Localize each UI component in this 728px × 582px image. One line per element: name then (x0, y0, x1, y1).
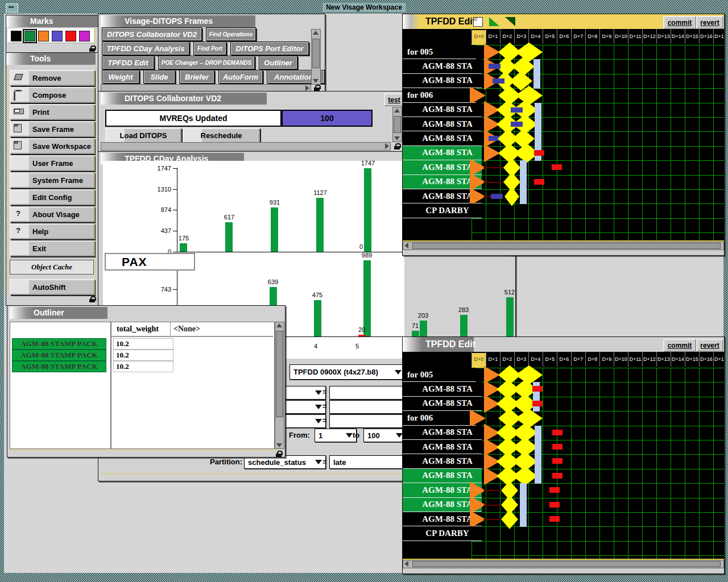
gantt-port-bar[interactable] (535, 103, 541, 118)
column-header-total-weight[interactable]: total_weight (117, 325, 159, 334)
su-button[interactable]: su (723, 339, 725, 352)
outliner-weight-cell[interactable]: 10.2 (113, 361, 173, 372)
object-cache-button[interactable]: Object Cache (10, 260, 94, 275)
tools-titlebar[interactable]: Tools (6, 53, 96, 65)
frame-button-find-port[interactable]: Find Port (193, 41, 226, 55)
frame-button-slide[interactable]: Slide (143, 70, 175, 84)
gantt-blue-bar[interactable] (491, 194, 503, 199)
help-button[interactable]: ?Help (10, 223, 95, 239)
scroll-up-icon[interactable] (276, 323, 282, 327)
scroll-down-icon[interactable] (276, 443, 282, 447)
frame-button-find-operations[interactable]: Find Operations (206, 27, 256, 41)
green-triangle-icon[interactable] (489, 17, 499, 26)
outliner-item-row[interactable]: AGM-88 STAMP PACK (12, 361, 106, 372)
scroll-down-icon[interactable] (313, 79, 318, 83)
tpfdd-titlebar[interactable]: TPFDD Editcommitrevertsu (403, 14, 724, 29)
gantt-row-label[interactable]: AGM-88 STA (403, 426, 482, 440)
save-frame-button[interactable]: Save Frame (10, 121, 95, 137)
outliner-item-row[interactable]: AGM-88 STAMP PACK (12, 338, 106, 350)
gantt-port-bar[interactable] (520, 498, 527, 513)
gantt-row-label[interactable]: AGM-88 STA (403, 146, 482, 160)
gantt-late-marker[interactable] (552, 473, 562, 479)
outliner-weight-cell[interactable]: 10.2 (113, 338, 173, 350)
gantt-port-bar[interactable] (520, 189, 527, 204)
gantt-port-bar[interactable] (535, 440, 541, 455)
gantt-row-label[interactable]: AGM-88 STA (403, 382, 482, 396)
frames-vscrollbar[interactable] (311, 29, 321, 85)
gantt-row-label[interactable]: AGM-88 STA (403, 59, 482, 73)
scroll-right-icon[interactable] (305, 85, 309, 91)
page-icon[interactable] (473, 17, 483, 27)
edit-config-button[interactable]: Edit Config (10, 189, 95, 205)
gantt-late-marker[interactable] (532, 401, 543, 406)
gantt-row-label[interactable]: AGM-88 STA (403, 454, 482, 468)
dark-green-triangle-icon[interactable] (505, 17, 515, 26)
frame-button-tpfdd-cday-analysis[interactable]: TPFDD CDay Analysis (102, 41, 189, 55)
tpfdd-hscrollbar[interactable] (403, 560, 724, 568)
scroll-left-icon[interactable] (404, 561, 408, 567)
gantt-row-label[interactable]: AGM-88 STA (403, 103, 482, 117)
gantt-row-label[interactable]: for 005 (403, 368, 476, 382)
gantt-row-label[interactable]: for 006 (403, 88, 476, 102)
tpfdd-titlebar[interactable]: TPFDD Editcommitrevertsu (403, 337, 724, 352)
mark-swatch-red[interactable] (65, 31, 76, 41)
gantt-blue-bar[interactable] (511, 122, 523, 127)
gantt-port-bar[interactable] (535, 454, 541, 469)
frame-button-ditops-port-editor[interactable]: DITOPS Port Editor (230, 41, 309, 55)
filter-value-input-1[interactable] (329, 386, 410, 400)
gantt-port-bar[interactable] (535, 117, 541, 132)
gantt-port-bar[interactable] (520, 512, 527, 527)
revert-button[interactable]: revert (696, 339, 723, 352)
gantt-port-bar[interactable] (520, 160, 527, 175)
frame-button-tpfdd-edit[interactable]: TPFDD Edit (102, 56, 154, 69)
gantt-port-bar[interactable] (520, 175, 527, 190)
commit-button[interactable]: commit (663, 16, 696, 29)
gantt-port-bar[interactable] (533, 59, 540, 74)
outliner-titlebar[interactable]: Outliner (10, 307, 107, 319)
revert-button[interactable]: revert (696, 16, 723, 29)
filter-value-input-3[interactable] (329, 414, 410, 428)
gantt-port-bar[interactable] (535, 469, 541, 484)
gantt-port-bar[interactable] (533, 74, 540, 89)
gantt-late-marker[interactable] (549, 516, 560, 522)
gantt-blue-bar[interactable] (493, 78, 504, 84)
gantt-port-bar[interactable] (520, 483, 527, 498)
outliner-item-row[interactable]: AGM-88 STAMP PACK (12, 350, 106, 361)
gantt-row-label[interactable]: AGM-88 STA (403, 74, 482, 88)
autoshift-button[interactable]: AutoShift (10, 279, 95, 295)
system-frame-button[interactable]: System Frame (10, 172, 95, 188)
frame-button-outliner[interactable]: Outliner (259, 56, 297, 69)
outliner-weight-cell[interactable]: 10.2 (113, 350, 173, 361)
gantt-row-label[interactable]: for 006 (403, 411, 476, 425)
test-button[interactable]: test (384, 93, 404, 106)
gantt-late-marker[interactable] (552, 164, 562, 170)
gantt-row-label[interactable]: AGM-88 STA (403, 131, 482, 146)
gantt-blue-bar[interactable] (511, 107, 523, 113)
workspace-titlebar[interactable]: New Visage Workspace (0, 0, 728, 14)
frame-button-ditops-collaborator-vd2[interactable]: DITOPS Collaborator VD2 (102, 27, 202, 41)
gantt-row-label[interactable]: CP DARBY (403, 203, 482, 218)
compose-button[interactable]: Compose (10, 87, 95, 103)
frame-button-weight[interactable]: Weight (102, 70, 139, 84)
scroll-down-icon[interactable] (394, 136, 400, 140)
column-header-none[interactable]: <None> (173, 325, 200, 334)
mark-swatch-black[interactable] (11, 31, 22, 41)
save-workspace-button[interactable]: Save Workspace (10, 138, 95, 154)
about-visage-button[interactable]: ?About Visage (10, 206, 95, 222)
reschedule-button[interactable]: Reschedule (183, 128, 260, 143)
scroll-right-icon[interactable] (385, 143, 389, 149)
gantt-late-marker[interactable] (534, 150, 544, 156)
from-select[interactable]: 1 (315, 429, 357, 442)
gantt-late-marker[interactable] (552, 444, 562, 450)
gantt-late-marker[interactable] (552, 458, 562, 464)
tpfdd-hscrollbar[interactable] (403, 242, 724, 250)
gantt-port-bar[interactable] (535, 131, 541, 146)
scroll-up-icon[interactable] (313, 31, 318, 35)
gantt-late-marker[interactable] (549, 502, 560, 508)
scroll-up-icon[interactable] (394, 109, 400, 113)
tpfdd-select[interactable]: TPFDD 0900X (t4x27.b8) (289, 364, 406, 380)
frame-button-briefer[interactable]: Briefer (179, 70, 214, 84)
mark-swatch-blue[interactable] (52, 31, 63, 41)
user-frame-button[interactable]: User Frame (10, 155, 95, 171)
gantt-blue-bar[interactable] (489, 64, 500, 69)
